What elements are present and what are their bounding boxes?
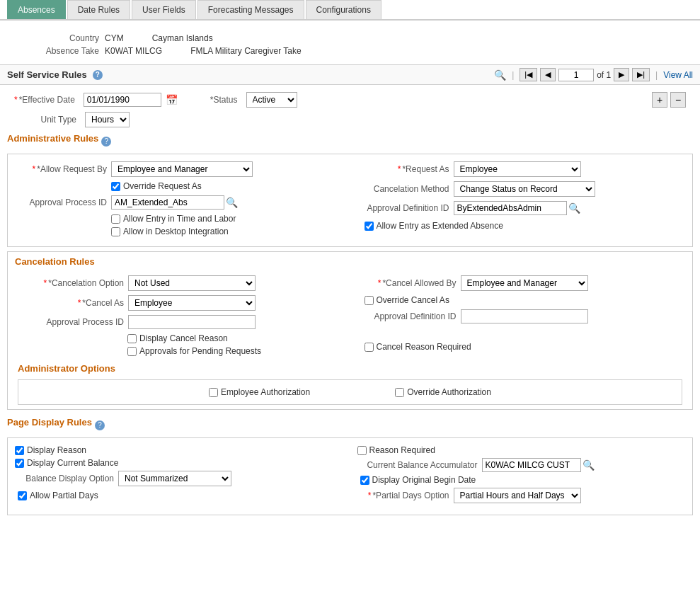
approval-process-id-search-icon[interactable]: 🔍 [226, 197, 238, 208]
allow-desktop-integration-label: Allow in Desktop Integration [123, 227, 229, 236]
current-balance-accumulator-search-icon[interactable]: 🔍 [583, 459, 595, 471]
page-display-help-icon[interactable]: ? [95, 420, 105, 430]
override-request-as-checkbox[interactable] [111, 182, 120, 191]
request-as-label: *Request As [357, 164, 449, 174]
approval-definition-id-search-icon[interactable]: 🔍 [568, 202, 580, 214]
allow-entry-time-labor-checkbox[interactable] [111, 214, 120, 224]
first-page-button[interactable]: |◀ [520, 68, 537, 81]
country-code: CYM [105, 33, 124, 43]
cancel-approval-definition-id-label: Approval Definition ID [357, 311, 457, 321]
cancelation-option-select[interactable]: Not Used Standard Enhanced [128, 275, 256, 291]
cancel-allowed-by-label: *Cancel Allowed By [357, 278, 457, 288]
approval-process-id-label-left: Approval Process ID [15, 197, 107, 207]
unit-type-select[interactable]: Hours Days [85, 112, 130, 127]
override-authorization-label: Override Authorization [407, 387, 491, 397]
tab-configurations[interactable]: Configurations [306, 0, 381, 19]
employee-authorization-checkbox[interactable] [209, 388, 218, 397]
cancel-approval-definition-id-input[interactable] [461, 309, 588, 323]
page-input[interactable] [558, 69, 594, 81]
page-of-label: of 1 [597, 70, 611, 80]
display-current-balance-label: Display Current Balance [27, 458, 118, 468]
next-page-button[interactable]: ▶ [614, 68, 629, 81]
search-icon[interactable]: 🔍 [494, 69, 506, 81]
display-original-begin-date-checkbox[interactable] [360, 476, 369, 485]
override-cancel-as-checkbox[interactable] [365, 296, 374, 305]
cancel-allowed-by-select[interactable]: Employee and Manager Employee Manager Ad… [461, 275, 588, 291]
approval-definition-id-input[interactable] [454, 201, 567, 215]
employee-authorization-label: Employee Authorization [221, 387, 310, 397]
absence-take-code: K0WAT MILCG [105, 46, 162, 56]
partial-days-option-label: *Partial Days Option [357, 491, 449, 500]
info-section: Country CYM Cayman Islands Absence Take … [0, 28, 700, 64]
allow-request-by-select[interactable]: Employee and Manager Employee Manager Ad… [111, 161, 253, 177]
absence-take-name: FMLA Military Caregiver Take [190, 46, 302, 56]
override-request-as-label: Override Request As [123, 181, 202, 191]
approvals-pending-label: Approvals for Pending Requests [139, 346, 261, 356]
allow-partial-days-label: Allow Partial Days [30, 491, 98, 500]
display-original-begin-date-label: Display Original Begin Date [372, 475, 476, 485]
display-reason-checkbox[interactable] [15, 446, 24, 455]
self-service-rules-title: Self Service Rules [7, 69, 87, 80]
current-balance-accumulator-input[interactable] [482, 458, 581, 472]
cancel-approval-process-id-input[interactable] [128, 315, 256, 329]
cancel-approval-process-id-label: Approval Process ID [18, 317, 124, 327]
tab-bar: Absences Date Rules User Fields Forecast… [0, 0, 700, 21]
status-select[interactable]: Active Inactive [246, 92, 297, 108]
cancel-reason-required-checkbox[interactable] [365, 343, 374, 352]
admin-rules-title: Administrative Rules [7, 133, 98, 144]
approval-definition-id-label: Approval Definition ID [357, 203, 449, 213]
last-page-button[interactable]: ▶| [632, 68, 650, 81]
unit-type-label: Unit Type [14, 115, 76, 125]
override-cancel-as-label: Override Cancel As [377, 295, 449, 305]
allow-extended-absence-label: Allow Entry as Extended Absence [377, 221, 503, 231]
allow-entry-time-labor-label: Allow Entry in Time and Labor [123, 214, 236, 224]
view-all-link[interactable]: View All [663, 70, 693, 80]
balance-display-option-select[interactable]: Not Summarized Summarized [118, 471, 231, 486]
current-balance-accumulator-label: Current Balance Accumulator [357, 460, 478, 470]
partial-days-option-select[interactable]: Partial Hours and Half Days Partial Hour… [454, 488, 581, 503]
remove-row-button[interactable]: − [670, 92, 686, 108]
prev-page-button[interactable]: ◀ [540, 68, 556, 81]
allow-extended-absence-checkbox[interactable] [365, 222, 374, 231]
allow-desktop-integration-checkbox[interactable] [111, 227, 120, 236]
add-row-button[interactable]: + [652, 92, 667, 108]
display-cancel-reason-checkbox[interactable] [127, 334, 137, 343]
cancelation-option-label: *Cancelation Option [18, 278, 124, 288]
effective-date-input[interactable] [84, 93, 161, 107]
cancelation-rules-title: Cancelation Rules [15, 256, 95, 267]
cancelation-method-label: Cancelation Method [357, 184, 449, 194]
admin-options-title: Administrator Options [18, 363, 682, 374]
allow-partial-days-checkbox[interactable] [18, 491, 27, 500]
tab-date-rules[interactable]: Date Rules [67, 0, 130, 19]
reason-required-label: Reason Required [369, 445, 435, 455]
cancel-reason-required-label: Cancel Reason Required [377, 342, 471, 352]
tab-user-fields[interactable]: User Fields [132, 0, 196, 19]
absence-take-label: Absence Take [14, 46, 99, 56]
country-name: Cayman Islands [152, 33, 213, 43]
override-authorization-checkbox[interactable] [395, 388, 404, 397]
allow-request-by-label: *Allow Request By [15, 164, 107, 174]
display-current-balance-checkbox[interactable] [15, 459, 24, 468]
balance-display-option-label: Balance Display Option [15, 474, 114, 483]
status-label: *Status [210, 95, 238, 105]
display-cancel-reason-label: Display Cancel Reason [139, 333, 228, 343]
tab-absences[interactable]: Absences [7, 0, 66, 19]
cancelation-method-select[interactable]: Change Status on Record Delete Transacti… [454, 181, 595, 197]
calendar-icon[interactable]: 📅 [166, 94, 178, 105]
tab-forecasting-messages[interactable]: Forecasting Messages [197, 0, 304, 19]
reason-required-checkbox[interactable] [357, 446, 367, 455]
request-as-select[interactable]: Employee Manager Administrator [454, 161, 581, 177]
effective-date-label: *Effective Date [14, 95, 75, 105]
approval-process-id-input[interactable] [111, 195, 224, 210]
admin-rules-help-icon[interactable]: ? [101, 137, 111, 147]
page-display-rules-title: Page Display Rules [7, 417, 92, 428]
cancel-as-label: *Cancel As [18, 298, 124, 308]
display-reason-label: Display Reason [27, 445, 86, 455]
approvals-pending-checkbox[interactable] [127, 347, 137, 356]
country-label: Country [14, 33, 99, 43]
self-service-rules-bar: Self Service Rules ? 🔍 | |◀ ◀ of 1 ▶ ▶| … [0, 64, 700, 85]
cancel-as-select[interactable]: Employee Manager Administrator [128, 295, 256, 311]
self-service-help-icon[interactable]: ? [93, 70, 103, 80]
